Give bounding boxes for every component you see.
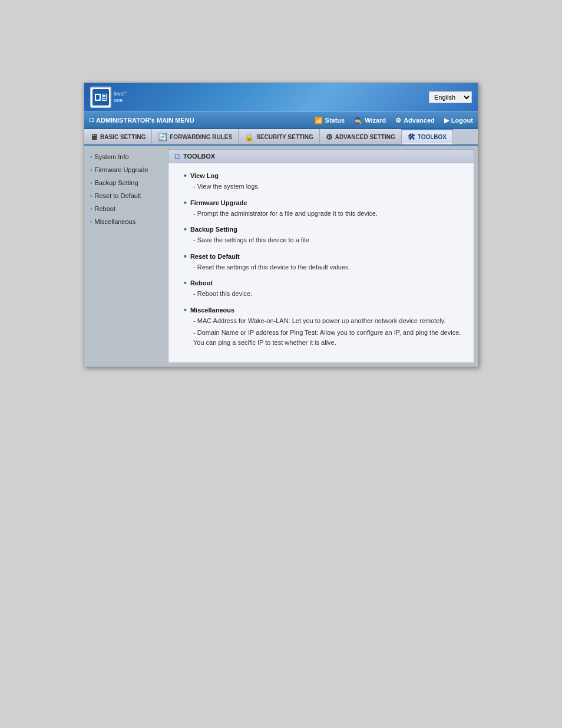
basic-setting-label: BASIC SETTING (100, 134, 146, 140)
logout-label: Logout (451, 117, 473, 124)
backup-setting-desc: - Save the settings of this device to a … (184, 235, 463, 245)
advanced-setting-label: ADVANCED SETTING (335, 134, 395, 140)
advanced-label: Advanced (404, 117, 435, 124)
language-dropdown[interactable]: English Deutsch Français Español 中文 (429, 91, 472, 103)
nav-status[interactable]: 📶 Status (315, 117, 345, 124)
advanced-icon: ⚙ (395, 117, 401, 124)
tab-security-setting[interactable]: 🔒 SECURITY SETTING (239, 129, 320, 144)
main-panel: ☐ TOOLBOX • View Log - View the system l… (168, 149, 474, 363)
wizard-label: Wizard (365, 117, 386, 124)
status-label: Status (325, 117, 345, 124)
header: level° one English Deutsch Français Espa… (84, 83, 478, 111)
list-item-view-log: • View Log - View the system logs. (184, 172, 463, 192)
miscellaneous-desc-1: - MAC Address for Wake-on-LAN: Let you t… (184, 316, 463, 326)
sidebar-label-miscellaneous: Miscellaneous (95, 218, 136, 225)
forwarding-rules-label: FORWARDING RULES (170, 134, 232, 140)
logo-icon (90, 87, 111, 108)
sidebar-label-system-info: System Info (95, 153, 129, 160)
main-nav-links: 📶 Status 🧙 Wizard ⚙ Advanced ▶ Logout (315, 117, 473, 124)
sidebar-item-miscellaneous[interactable]: • Miscellaneous (84, 215, 166, 228)
firmware-upgrade-title[interactable]: • Firmware Upgrade (184, 199, 463, 207)
language-selector[interactable]: English Deutsch Français Español 中文 (429, 91, 472, 103)
nav-advanced[interactable]: ⚙ Advanced (395, 117, 435, 124)
sidebar-label-reset-to-default: Reset to Default (95, 192, 141, 199)
sidebar-label-reboot: Reboot (95, 205, 115, 212)
sidebar-item-firmware-upgrade[interactable]: • Firmware Upgrade (84, 163, 166, 176)
view-log-title[interactable]: • View Log (184, 172, 463, 180)
list-item-miscellaneous: • Miscellaneous - MAC Address for Wake-o… (184, 306, 463, 348)
list-item-reset-to-default: • Reset to Default - Reset the settings … (184, 252, 463, 272)
logo-text: level° one (114, 91, 127, 104)
sidebar-label-backup-setting: Backup Setting (95, 179, 138, 186)
reset-to-default-title[interactable]: • Reset to Default (184, 252, 463, 261)
tab-bar: 🖥 BASIC SETTING 🔄 FORWARDING RULES 🔒 SEC… (84, 129, 478, 146)
reboot-title[interactable]: • Reboot (184, 279, 463, 287)
sidebar: • System Info • Firmware Upgrade • Backu… (84, 146, 166, 367)
sidebar-label-firmware-upgrade: Firmware Upgrade (95, 166, 148, 173)
content-area: • System Info • Firmware Upgrade • Backu… (84, 146, 478, 367)
panel-title-bar: ☐ TOOLBOX (168, 150, 474, 163)
admin-menu-label: ADMINISTRATOR's MAIN MENU (96, 117, 194, 124)
nav-wizard[interactable]: 🧙 Wizard (354, 117, 386, 124)
main-nav: ☐ ADMINISTRATOR's MAIN MENU 📶 Status 🧙 W… (84, 111, 478, 129)
sidebar-item-reboot[interactable]: • Reboot (84, 202, 166, 215)
logo-box: level° one (90, 87, 127, 108)
miscellaneous-desc-2: - Domain Name or IP address for Ping Tes… (184, 328, 463, 347)
basic-setting-icon: 🖥 (90, 133, 98, 141)
reboot-desc: - Reboot this device. (184, 289, 463, 299)
panel-title-icon: ☐ (174, 153, 180, 160)
toolbox-icon: 🛠 (408, 133, 415, 141)
wizard-icon: 🧙 (354, 117, 362, 124)
list-item-backup-setting: • Backup Setting - Save the settings of … (184, 225, 463, 245)
svg-rect-6 (103, 98, 105, 99)
main-nav-title: ☐ ADMINISTRATOR's MAIN MENU (89, 117, 315, 124)
list-item-reboot: • Reboot - Reboot this device. (184, 279, 463, 299)
forwarding-rules-icon: 🔄 (158, 133, 167, 141)
bullet-icon: • (90, 167, 92, 173)
nav-logout[interactable]: ▶ Logout (444, 117, 473, 124)
sidebar-item-backup-setting[interactable]: • Backup Setting (84, 176, 166, 189)
panel-content: • View Log - View the system logs. • Fir… (168, 163, 474, 363)
tab-basic-setting[interactable]: 🖥 BASIC SETTING (84, 129, 152, 144)
bullet-icon: • (90, 154, 92, 160)
bullet-icon: • (90, 219, 92, 225)
sidebar-item-system-info[interactable]: • System Info (84, 150, 166, 163)
bullet-icon: • (90, 193, 92, 199)
tab-advanced-setting[interactable]: ⚙ ADVANCED SETTING (320, 129, 402, 144)
panel-title: TOOLBOX (183, 153, 215, 160)
tab-forwarding-rules[interactable]: 🔄 FORWARDING RULES (152, 129, 239, 144)
admin-menu-icon: ☐ (89, 117, 94, 123)
logout-icon: ▶ (444, 117, 449, 124)
reset-to-default-desc: - Reset the settings of this device to t… (184, 262, 463, 272)
bullet-icon: • (184, 252, 187, 261)
router-ui: level° one English Deutsch Français Espa… (84, 83, 478, 367)
bullet-icon: • (184, 279, 187, 287)
backup-setting-title[interactable]: • Backup Setting (184, 225, 463, 233)
svg-rect-2 (96, 95, 100, 100)
bullet-icon: • (90, 206, 92, 212)
bullet-icon: • (184, 306, 187, 314)
toolbox-list: • View Log - View the system logs. • Fir… (179, 172, 463, 347)
sidebar-item-reset-to-default[interactable]: • Reset to Default (84, 189, 166, 202)
security-setting-icon: 🔒 (244, 133, 254, 141)
status-icon: 📶 (315, 117, 323, 124)
bullet-icon: • (184, 172, 187, 180)
toolbox-label: TOOLBOX (418, 134, 447, 140)
bullet-icon: • (90, 180, 92, 186)
bullet-icon: • (184, 199, 187, 207)
miscellaneous-title[interactable]: • Miscellaneous (184, 306, 463, 314)
security-setting-label: SECURITY SETTING (256, 134, 313, 140)
firmware-upgrade-desc: - Prompt the administrator for a file an… (184, 209, 463, 219)
view-log-desc: - View the system logs. (184, 182, 463, 192)
bullet-icon: • (184, 225, 187, 233)
tab-toolbox[interactable]: 🛠 TOOLBOX (402, 129, 453, 144)
advanced-setting-icon: ⚙ (326, 133, 333, 141)
list-item-firmware-upgrade: • Firmware Upgrade - Prompt the administ… (184, 199, 463, 219)
svg-rect-5 (103, 95, 105, 97)
